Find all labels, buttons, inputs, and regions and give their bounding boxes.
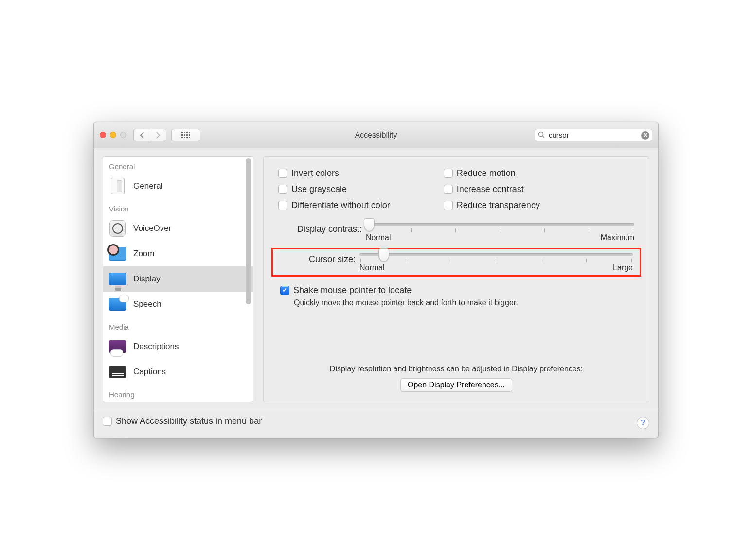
open-display-preferences-button[interactable]: Open Display Preferences... bbox=[400, 378, 512, 392]
checkbox-reduce-motion[interactable]: Reduce motion bbox=[444, 168, 540, 178]
checkbox-icon bbox=[280, 286, 289, 295]
sidebar-item-label: Speech bbox=[133, 299, 161, 309]
slider-knob[interactable] bbox=[364, 218, 375, 231]
sidebar-header-general: General bbox=[103, 159, 253, 174]
sidebar-item-label: VoiceOver bbox=[133, 224, 171, 233]
slider-ticks bbox=[366, 228, 634, 232]
cursor-size-highlight: Cursor size: Normal Large bbox=[271, 248, 641, 277]
display-contrast-slider[interactable] bbox=[366, 223, 634, 226]
general-icon bbox=[108, 176, 127, 196]
slider-ticks bbox=[359, 259, 633, 262]
sidebar-header-vision: Vision bbox=[103, 202, 253, 216]
cursor-size-label: Cursor size: bbox=[280, 253, 359, 264]
maximize-button[interactable] bbox=[120, 132, 126, 138]
checkbox-label: Use grayscale bbox=[291, 184, 347, 194]
sidebar-header-hearing: Hearing bbox=[103, 387, 253, 402]
chevron-left-icon bbox=[140, 132, 144, 139]
cursor-size-slider[interactable] bbox=[359, 253, 633, 256]
cursor-size-row: Cursor size: Normal Large bbox=[280, 253, 633, 272]
svg-line-1 bbox=[543, 136, 545, 138]
display-preferences-note: Display resolution and brightness can be… bbox=[264, 365, 649, 373]
checkbox-icon bbox=[278, 185, 287, 194]
slider-range-labels: Normal Large bbox=[359, 263, 633, 272]
content: General General Vision VoiceOver Zoom bbox=[94, 148, 658, 410]
chevron-right-icon bbox=[156, 132, 161, 139]
display-contrast-row: Display contrast: Normal Maximum bbox=[278, 223, 634, 242]
close-button[interactable] bbox=[100, 132, 106, 138]
preferences-window: Accessibility ✕ General General Vision bbox=[93, 122, 659, 438]
scrollbar[interactable] bbox=[245, 158, 252, 401]
sidebar: General General Vision VoiceOver Zoom bbox=[103, 156, 253, 402]
sidebar-item-descriptions[interactable]: Descriptions bbox=[103, 334, 253, 359]
search-icon bbox=[538, 131, 545, 140]
sidebar-item-display[interactable]: Display bbox=[103, 266, 253, 292]
search-input[interactable] bbox=[535, 129, 652, 141]
captions-icon bbox=[108, 362, 127, 382]
sidebar-item-zoom[interactable]: Zoom bbox=[103, 241, 253, 266]
checkbox-icon bbox=[444, 169, 453, 178]
display-icon bbox=[108, 269, 127, 289]
slider-max-label: Large bbox=[613, 263, 633, 272]
back-button[interactable] bbox=[133, 129, 150, 141]
checkbox-increase-contrast[interactable]: Increase contrast bbox=[444, 184, 540, 194]
window-footer: Show Accessibility status in menu bar ? bbox=[94, 410, 658, 438]
shake-pointer-section: Shake mouse pointer to locate Quickly mo… bbox=[280, 285, 634, 307]
svg-point-0 bbox=[539, 132, 543, 136]
checkbox-shake-pointer[interactable]: Shake mouse pointer to locate bbox=[280, 285, 634, 296]
shake-pointer-description: Quickly move the mouse pointer back and … bbox=[294, 298, 634, 307]
checkbox-icon bbox=[278, 169, 287, 178]
display-contrast-label: Display contrast: bbox=[278, 223, 366, 234]
sidebar-item-label: Captions bbox=[133, 367, 166, 377]
slider-range-labels: Normal Maximum bbox=[366, 233, 634, 242]
sidebar-item-label: Zoom bbox=[133, 249, 154, 259]
checkbox-label: Invert colors bbox=[291, 168, 339, 178]
minimize-button[interactable] bbox=[110, 132, 116, 138]
checkbox-icon bbox=[444, 201, 453, 210]
search-wrap: ✕ bbox=[535, 129, 652, 141]
checkbox-show-status-menubar[interactable]: Show Accessibility status in menu bar bbox=[103, 416, 262, 426]
main-footer: Display resolution and brightness can be… bbox=[264, 365, 649, 392]
show-all-button[interactable] bbox=[171, 129, 200, 141]
speech-icon bbox=[108, 295, 127, 314]
grid-icon bbox=[181, 132, 190, 138]
sidebar-item-general[interactable]: General bbox=[103, 174, 253, 199]
slider-min-label: Normal bbox=[366, 233, 391, 242]
sidebar-item-captions[interactable]: Captions bbox=[103, 359, 253, 385]
descriptions-icon bbox=[108, 337, 127, 356]
sidebar-item-label: Display bbox=[133, 274, 161, 284]
checkbox-label: Differentiate without color bbox=[291, 200, 390, 210]
slider-min-label: Normal bbox=[359, 263, 385, 272]
checkbox-reduce-transparency[interactable]: Reduce transparency bbox=[444, 200, 540, 210]
checkbox-grid: Invert colors Use grayscale Differentiat… bbox=[278, 168, 634, 213]
scrollbar-thumb[interactable] bbox=[246, 158, 251, 304]
window-controls bbox=[100, 132, 126, 138]
help-button[interactable]: ? bbox=[637, 417, 649, 429]
checkbox-use-grayscale[interactable]: Use grayscale bbox=[278, 184, 390, 194]
checkbox-label: Reduce transparency bbox=[457, 200, 540, 210]
checkbox-icon bbox=[103, 417, 112, 426]
zoom-icon bbox=[108, 244, 127, 263]
sidebar-item-label: General bbox=[133, 181, 162, 191]
forward-button[interactable] bbox=[150, 129, 166, 141]
checkbox-differentiate-without-color[interactable]: Differentiate without color bbox=[278, 200, 390, 210]
checkbox-label: Shake mouse pointer to locate bbox=[293, 285, 412, 296]
main-panel: Invert colors Use grayscale Differentiat… bbox=[263, 156, 649, 402]
voiceover-icon bbox=[108, 219, 127, 238]
checkbox-label: Increase contrast bbox=[457, 184, 524, 194]
checkbox-label: Reduce motion bbox=[457, 168, 516, 178]
slider-max-label: Maximum bbox=[601, 233, 634, 242]
checkbox-label: Show Accessibility status in menu bar bbox=[116, 416, 262, 426]
sidebar-item-label: Descriptions bbox=[133, 342, 179, 351]
checkbox-icon bbox=[278, 201, 287, 210]
checkbox-invert-colors[interactable]: Invert colors bbox=[278, 168, 390, 178]
sidebar-item-voiceover[interactable]: VoiceOver bbox=[103, 216, 253, 241]
clear-search-button[interactable]: ✕ bbox=[641, 131, 649, 140]
sidebar-item-speech[interactable]: Speech bbox=[103, 292, 253, 317]
checkbox-icon bbox=[444, 185, 453, 194]
nav-buttons bbox=[133, 129, 166, 141]
sidebar-header-media: Media bbox=[103, 320, 253, 334]
titlebar: Accessibility ✕ bbox=[94, 122, 658, 148]
